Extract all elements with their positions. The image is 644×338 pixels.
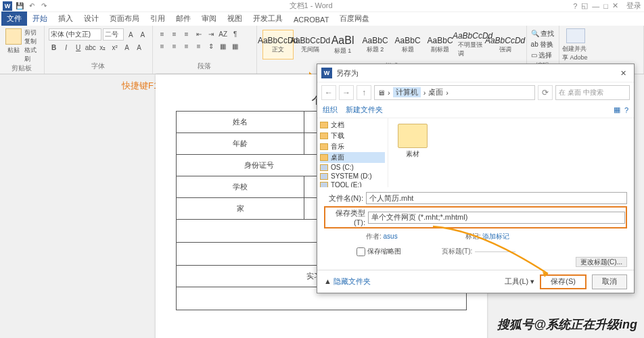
- highlight-icon[interactable]: A: [122, 42, 133, 53]
- organize-menu[interactable]: 组织: [323, 105, 338, 115]
- tab-view[interactable]: 视图: [222, 11, 248, 26]
- author-value[interactable]: asus: [384, 233, 398, 240]
- font-color-icon[interactable]: A: [134, 42, 145, 53]
- document-title: 文档1 - Word: [49, 1, 573, 11]
- underline-icon[interactable]: U: [73, 42, 84, 53]
- dialog-close-icon[interactable]: ✕: [616, 69, 630, 78]
- align-justify-icon[interactable]: ≡: [193, 41, 204, 51]
- align-left-icon[interactable]: ≡: [157, 41, 168, 51]
- new-folder-button[interactable]: 新建文件夹: [346, 105, 383, 115]
- multilevel-icon[interactable]: ≡: [181, 28, 192, 39]
- paste-button[interactable]: 粘贴: [4, 28, 23, 64]
- tab-references[interactable]: 引用: [145, 11, 170, 26]
- bullets-icon[interactable]: ≡: [157, 28, 168, 39]
- cut-button[interactable]: 剪切: [24, 28, 40, 37]
- hide-folders-toggle[interactable]: ▲ 隐藏文件夹: [324, 276, 371, 287]
- refresh-icon[interactable]: ⟳: [538, 85, 553, 100]
- font-name-select[interactable]: 宋体 (中文正): [49, 28, 101, 41]
- align-right-icon[interactable]: ≡: [181, 41, 192, 51]
- filetype-label: 保存类型(T):: [326, 208, 365, 226]
- change-title-button[interactable]: 更改标题(C)...: [576, 257, 627, 267]
- indent-inc-icon[interactable]: ⇥: [206, 28, 216, 39]
- minimize-icon[interactable]: —: [592, 2, 599, 10]
- save-icon[interactable]: 💾: [15, 1, 24, 11]
- borders-icon[interactable]: ▦: [230, 41, 241, 51]
- tab-home[interactable]: 开始: [27, 11, 53, 26]
- style-subtle[interactable]: AaBbCcDd不明显强调: [457, 30, 488, 59]
- style-h1[interactable]: AaBl标题 1: [327, 30, 359, 59]
- style-normal[interactable]: AaBbCcDd正文: [262, 30, 294, 59]
- style-nospacing[interactable]: AaBbCcDd无间隔: [295, 30, 326, 59]
- replace-button[interactable]: ab 替换: [531, 39, 555, 50]
- filename-input[interactable]: 个人简历.mht: [366, 192, 627, 204]
- copy-button[interactable]: 复制: [24, 37, 40, 46]
- tab-acrobat[interactable]: ACROBAT: [288, 14, 334, 26]
- folder-item[interactable]: 素材: [394, 124, 432, 159]
- italic-icon[interactable]: I: [61, 42, 72, 53]
- tab-file[interactable]: 文件: [1, 11, 27, 26]
- tree-downloads[interactable]: 下载: [320, 130, 385, 141]
- line-spacing-icon[interactable]: ⇕: [206, 41, 216, 51]
- shrink-font-icon[interactable]: A: [137, 29, 148, 40]
- maximize-icon[interactable]: □: [603, 2, 608, 10]
- dialog-titlebar[interactable]: W 另存为 ✕: [317, 64, 634, 82]
- tab-layout[interactable]: 页面布局: [104, 11, 145, 26]
- redo-icon[interactable]: ↷: [39, 1, 49, 11]
- tree-drive-c[interactable]: OS (C:): [320, 163, 385, 172]
- folder-tree[interactable]: 文档 下载 音乐 桌面 OS (C:) SYSTEM (D:) TOOL (E:…: [317, 118, 388, 187]
- paste-icon: [5, 28, 22, 45]
- thumbnail-checkbox[interactable]: 保存缩略图: [356, 247, 401, 256]
- style-h2[interactable]: AaBbC标题 2: [360, 30, 391, 59]
- indent-dec-icon[interactable]: ⇤: [193, 28, 204, 39]
- styles-gallery[interactable]: AaBbCcDd正文 AaBbCcDd无间隔 AaBl标题 1 AaBbC标题 …: [261, 28, 522, 61]
- style-title[interactable]: AaBbC标题: [392, 30, 423, 59]
- sub-icon[interactable]: x₂: [97, 42, 108, 53]
- bold-icon[interactable]: B: [49, 42, 60, 53]
- tab-baidu[interactable]: 百度网盘: [334, 11, 375, 26]
- drive-icon: [320, 182, 328, 188]
- tab-insert[interactable]: 插入: [53, 11, 78, 26]
- grow-font-icon[interactable]: A: [125, 29, 136, 40]
- login-link[interactable]: 登录: [626, 1, 641, 11]
- view-icon[interactable]: ▦: [614, 105, 620, 114]
- help-icon[interactable]: ?: [624, 106, 628, 114]
- align-center-icon[interactable]: ≡: [169, 41, 180, 51]
- tree-music[interactable]: 音乐: [320, 141, 385, 152]
- tab-mailings[interactable]: 邮件: [170, 11, 196, 26]
- tab-design[interactable]: 设计: [78, 11, 104, 26]
- strike-icon[interactable]: abc: [85, 42, 96, 53]
- tree-desktop[interactable]: 桌面: [320, 152, 385, 163]
- tree-documents[interactable]: 文档: [320, 120, 385, 130]
- ribbon-toggle-icon[interactable]: ◱: [581, 1, 588, 10]
- font-size-select[interactable]: 二号: [103, 28, 124, 41]
- shading-icon[interactable]: ▦: [218, 41, 229, 51]
- filetype-select[interactable]: 单个文件网页 (*.mht;*.mhtml): [368, 212, 625, 224]
- select-button[interactable]: ▭ 选择: [531, 50, 555, 61]
- acrobat-create-button[interactable]: 创建并共享 Adobe PDF: [562, 28, 589, 69]
- style-subtitle[interactable]: AaBbC副标题: [425, 30, 456, 59]
- find-button[interactable]: 🔍 查找: [531, 28, 555, 39]
- path-desktop[interactable]: 桌面: [428, 87, 443, 97]
- format-painter-button[interactable]: 格式刷: [24, 46, 40, 64]
- word-icon: W: [3, 1, 12, 11]
- help-icon[interactable]: ?: [573, 2, 577, 10]
- cancel-button[interactable]: 取消: [592, 274, 627, 289]
- undo-icon[interactable]: ↶: [27, 1, 37, 11]
- sup-icon[interactable]: x²: [110, 42, 120, 53]
- tree-drive-d[interactable]: SYSTEM (D:): [320, 172, 385, 180]
- close-icon[interactable]: ✕: [612, 1, 618, 10]
- tab-developer[interactable]: 开发工具: [248, 11, 288, 26]
- address-bar[interactable]: 🖥 › 计算机 › 桌面 ›: [374, 85, 535, 100]
- path-computer[interactable]: 计算机: [393, 87, 421, 97]
- tab-review[interactable]: 审阅: [196, 11, 222, 26]
- back-button[interactable]: ←: [321, 85, 336, 100]
- tree-drive-e[interactable]: TOOL (E:): [320, 180, 385, 187]
- sort-icon[interactable]: AZ: [218, 28, 229, 39]
- forward-button[interactable]: →: [339, 85, 354, 100]
- up-button[interactable]: ↑: [356, 85, 371, 100]
- search-input[interactable]: 在 桌面 中搜索: [555, 85, 630, 100]
- showmarks-icon[interactable]: ¶: [230, 28, 241, 39]
- numbering-icon[interactable]: ≡: [169, 28, 180, 39]
- style-emphasis[interactable]: AaBbCcDd强调: [490, 30, 521, 59]
- file-list[interactable]: 素材: [388, 118, 634, 187]
